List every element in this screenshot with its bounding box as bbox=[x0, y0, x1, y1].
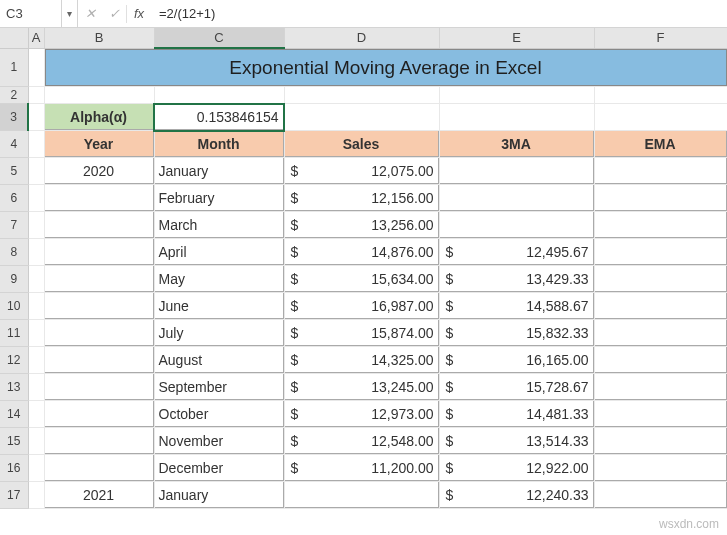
cell-ema[interactable] bbox=[594, 238, 727, 265]
col-header-E[interactable]: E bbox=[439, 28, 594, 48]
cell-month[interactable]: November bbox=[154, 427, 284, 454]
spreadsheet-grid[interactable]: A B C D E F 1 Exponential Moving Average… bbox=[0, 28, 727, 509]
cell-month[interactable]: January bbox=[154, 157, 284, 184]
cell-3ma[interactable]: $14,588.67 bbox=[439, 292, 594, 319]
header-month[interactable]: Month bbox=[154, 130, 284, 157]
cell-3ma[interactable]: $14,481.33 bbox=[439, 400, 594, 427]
cell-sales[interactable] bbox=[284, 481, 439, 508]
row-header-16[interactable]: 16 bbox=[0, 455, 28, 482]
cell-year[interactable] bbox=[44, 319, 154, 346]
cell-month[interactable]: June bbox=[154, 292, 284, 319]
cell-year[interactable] bbox=[44, 346, 154, 373]
cell-year[interactable]: 2020 bbox=[44, 157, 154, 184]
cell-year[interactable] bbox=[44, 184, 154, 211]
cell-year[interactable] bbox=[44, 373, 154, 400]
row-header-4[interactable]: 4 bbox=[0, 131, 28, 158]
cell-sales[interactable]: $12,075.00 bbox=[284, 157, 439, 184]
header-year[interactable]: Year bbox=[44, 130, 154, 157]
cell-3ma[interactable] bbox=[439, 157, 594, 184]
cell-sales[interactable]: $13,245.00 bbox=[284, 373, 439, 400]
cell-sales[interactable]: $13,256.00 bbox=[284, 211, 439, 238]
formula-input[interactable]: =2/(12+1) bbox=[151, 6, 727, 21]
cell-year[interactable]: 2021 bbox=[44, 481, 154, 508]
row-header-12[interactable]: 12 bbox=[0, 347, 28, 374]
cell-ema[interactable] bbox=[594, 319, 727, 346]
cell-year[interactable] bbox=[44, 454, 154, 481]
cell-ema[interactable] bbox=[594, 346, 727, 373]
cell-3ma[interactable]: $13,429.33 bbox=[439, 265, 594, 292]
row-header-9[interactable]: 9 bbox=[0, 266, 28, 293]
cell-sales[interactable]: $12,156.00 bbox=[284, 184, 439, 211]
cell-sales[interactable]: $16,987.00 bbox=[284, 292, 439, 319]
cell-month[interactable]: February bbox=[154, 184, 284, 211]
cell-3ma[interactable]: $15,728.67 bbox=[439, 373, 594, 400]
cell-month[interactable]: April bbox=[154, 238, 284, 265]
cell-sales[interactable]: $14,876.00 bbox=[284, 238, 439, 265]
cell-year[interactable] bbox=[44, 265, 154, 292]
cell-ema[interactable] bbox=[594, 481, 727, 508]
cell-ema[interactable] bbox=[594, 373, 727, 400]
cell-year[interactable] bbox=[44, 427, 154, 454]
cell-3ma[interactable] bbox=[439, 184, 594, 211]
cell-sales[interactable]: $12,548.00 bbox=[284, 427, 439, 454]
cell-year[interactable] bbox=[44, 211, 154, 238]
cell-3ma[interactable]: $15,832.33 bbox=[439, 319, 594, 346]
header-sales[interactable]: Sales bbox=[284, 130, 439, 157]
cell-sales[interactable]: $14,325.00 bbox=[284, 346, 439, 373]
cell-3ma[interactable]: $16,165.00 bbox=[439, 346, 594, 373]
col-header-B[interactable]: B bbox=[44, 28, 154, 48]
header-ema[interactable]: EMA bbox=[594, 130, 727, 157]
cell-ema[interactable] bbox=[594, 454, 727, 481]
cell-sales[interactable]: $12,973.00 bbox=[284, 400, 439, 427]
select-all-corner[interactable] bbox=[0, 28, 28, 48]
cell-3ma[interactable]: $12,495.67 bbox=[439, 238, 594, 265]
cell-year[interactable] bbox=[44, 238, 154, 265]
cell-3ma[interactable]: $12,240.33 bbox=[439, 481, 594, 508]
col-header-D[interactable]: D bbox=[284, 28, 439, 48]
row-header-8[interactable]: 8 bbox=[0, 239, 28, 266]
alpha-value-cell[interactable]: 0.153846154 bbox=[154, 103, 284, 130]
cell-sales[interactable]: $15,634.00 bbox=[284, 265, 439, 292]
cell-ema[interactable] bbox=[594, 157, 727, 184]
cell-3ma[interactable]: $12,922.00 bbox=[439, 454, 594, 481]
header-3ma[interactable]: 3MA bbox=[439, 130, 594, 157]
cell-month[interactable]: March bbox=[154, 211, 284, 238]
cell-ema[interactable] bbox=[594, 211, 727, 238]
cell-month[interactable]: September bbox=[154, 373, 284, 400]
col-header-C[interactable]: C bbox=[154, 28, 284, 48]
cell-month[interactable]: May bbox=[154, 265, 284, 292]
cell-ema[interactable] bbox=[594, 184, 727, 211]
row-header-7[interactable]: 7 bbox=[0, 212, 28, 239]
cell-3ma[interactable]: $13,514.33 bbox=[439, 427, 594, 454]
row-header-6[interactable]: 6 bbox=[0, 185, 28, 212]
cell-ema[interactable] bbox=[594, 400, 727, 427]
row-header-13[interactable]: 13 bbox=[0, 374, 28, 401]
cell-sales[interactable]: $15,874.00 bbox=[284, 319, 439, 346]
col-header-F[interactable]: F bbox=[594, 28, 727, 48]
cell-month[interactable]: January bbox=[154, 481, 284, 508]
cell-3ma[interactable] bbox=[439, 211, 594, 238]
row-header-5[interactable]: 5 bbox=[0, 158, 28, 185]
cell-month[interactable]: August bbox=[154, 346, 284, 373]
row-header-11[interactable]: 11 bbox=[0, 320, 28, 347]
row-header-17[interactable]: 17 bbox=[0, 482, 28, 509]
fx-icon[interactable]: fx bbox=[127, 6, 151, 21]
col-header-A[interactable]: A bbox=[28, 28, 44, 48]
row-header-14[interactable]: 14 bbox=[0, 401, 28, 428]
alpha-label[interactable]: Alpha(α) bbox=[44, 103, 154, 130]
name-box-dropdown-icon[interactable]: ▾ bbox=[62, 0, 78, 27]
cell-year[interactable] bbox=[44, 292, 154, 319]
cell-ema[interactable] bbox=[594, 427, 727, 454]
cell-year[interactable] bbox=[44, 400, 154, 427]
row-header-3[interactable]: 3 bbox=[0, 104, 28, 131]
cell-ema[interactable] bbox=[594, 265, 727, 292]
cell-month[interactable]: July bbox=[154, 319, 284, 346]
name-box[interactable]: C3 bbox=[0, 0, 62, 27]
row-header-2[interactable]: 2 bbox=[0, 87, 28, 104]
cell-month[interactable]: December bbox=[154, 454, 284, 481]
cell-month[interactable]: October bbox=[154, 400, 284, 427]
row-header-15[interactable]: 15 bbox=[0, 428, 28, 455]
page-title[interactable]: Exponential Moving Average in Excel bbox=[45, 49, 727, 86]
row-header-1[interactable]: 1 bbox=[0, 48, 28, 87]
cell-sales[interactable]: $11,200.00 bbox=[284, 454, 439, 481]
